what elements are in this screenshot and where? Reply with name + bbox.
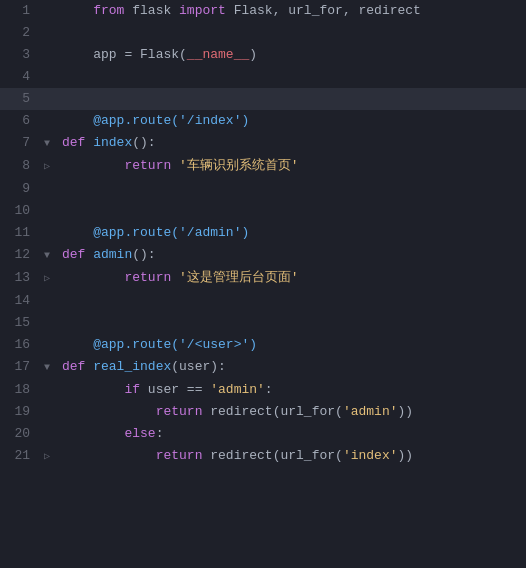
token-plain: [171, 158, 179, 173]
fold-icon[interactable]: ▼: [40, 244, 54, 267]
line-content: else:: [54, 423, 526, 445]
line-content: def real_index(user):: [54, 356, 526, 378]
code-line: 21▷ return redirect(url_for('index')): [0, 445, 526, 468]
line-number: 18: [0, 379, 40, 401]
line-number: 3: [0, 44, 40, 66]
token-kw: return: [124, 270, 171, 285]
line-number: 15: [0, 312, 40, 334]
token-str: 'index': [343, 448, 398, 463]
line-content: [54, 290, 526, 312]
token-decorator: @app.route('/<user>'): [93, 337, 257, 352]
token-kw: from: [93, 3, 124, 18]
line-content: [54, 88, 526, 110]
line-content: [54, 178, 526, 200]
token-str: '这是管理后台页面': [179, 270, 299, 285]
token-plain: :: [156, 426, 164, 441]
token-decorator: @app.route('/index'): [93, 113, 249, 128]
token-plain: Flask, url_for, redirect: [226, 3, 421, 18]
code-line: 7▼def index():: [0, 132, 526, 155]
code-line: 13▷ return '这是管理后台页面': [0, 267, 526, 290]
token-plain: flask: [124, 3, 179, 18]
line-number: 13: [0, 267, 40, 289]
line-content: [54, 200, 526, 222]
token-kw: def: [62, 359, 85, 374]
line-number: 12: [0, 244, 40, 266]
code-line: 15: [0, 312, 526, 334]
code-line: 9: [0, 178, 526, 200]
token-plain: user ==: [140, 382, 210, 397]
token-str: '车辆识别系统首页': [179, 158, 299, 173]
line-content: if user == 'admin':: [54, 379, 526, 401]
line-number: 16: [0, 334, 40, 356]
fold-icon[interactable]: ▷: [40, 267, 54, 290]
line-content: return '车辆识别系统首页': [54, 155, 526, 177]
line-number: 6: [0, 110, 40, 132]
code-line: 17▼def real_index(user):: [0, 356, 526, 379]
line-content: @app.route('/admin'): [54, 222, 526, 244]
code-line: 2: [0, 22, 526, 44]
line-number: 14: [0, 290, 40, 312]
line-number: 19: [0, 401, 40, 423]
line-content: @app.route('/<user>'): [54, 334, 526, 356]
token-plain: redirect(url_for(: [202, 448, 342, 463]
token-plain: ():: [132, 135, 155, 150]
code-line: 1 from flask import Flask, url_for, redi…: [0, 0, 526, 22]
line-content: from flask import Flask, url_for, redire…: [54, 0, 526, 22]
fold-icon[interactable]: ▼: [40, 356, 54, 379]
line-number: 11: [0, 222, 40, 244]
token-fn: admin: [93, 247, 132, 262]
token-fn: index: [93, 135, 132, 150]
token-dunder: __name__: [187, 47, 249, 62]
line-number: 5: [0, 88, 40, 110]
token-kw: import: [179, 3, 226, 18]
line-number: 9: [0, 178, 40, 200]
fold-icon[interactable]: ▷: [40, 445, 54, 468]
code-line: 4: [0, 66, 526, 88]
line-number: 1: [0, 0, 40, 22]
token-plain: ():: [132, 247, 155, 262]
token-plain: :: [265, 382, 273, 397]
code-line: 18 if user == 'admin':: [0, 379, 526, 401]
line-number: 20: [0, 423, 40, 445]
code-line: 12▼def admin():: [0, 244, 526, 267]
fold-icon[interactable]: ▼: [40, 132, 54, 155]
line-content: return redirect(url_for('index')): [54, 445, 526, 467]
token-str: 'admin': [343, 404, 398, 419]
token-plain: )): [397, 448, 413, 463]
line-content: [54, 312, 526, 334]
code-line: 8▷ return '车辆识别系统首页': [0, 155, 526, 178]
line-number: 21: [0, 445, 40, 467]
code-line: 6 @app.route('/index'): [0, 110, 526, 132]
line-number: 17: [0, 356, 40, 378]
line-content: def admin():: [54, 244, 526, 266]
line-content: app = Flask(__name__): [54, 44, 526, 66]
code-editor: 1 from flask import Flask, url_for, redi…: [0, 0, 526, 568]
token-plain: (user):: [171, 359, 226, 374]
token-kw: else: [124, 426, 155, 441]
line-content: [54, 22, 526, 44]
token-plain: ): [249, 47, 257, 62]
code-line: 19 return redirect(url_for('admin')): [0, 401, 526, 423]
code-line: 14: [0, 290, 526, 312]
token-kw: def: [62, 247, 85, 262]
line-number: 8: [0, 155, 40, 177]
token-plain: [171, 270, 179, 285]
line-content: return '这是管理后台页面': [54, 267, 526, 289]
token-kw: return: [124, 158, 171, 173]
token-kw: def: [62, 135, 85, 150]
token-kw: if: [124, 382, 140, 397]
line-number: 7: [0, 132, 40, 154]
token-plain: )): [397, 404, 413, 419]
line-number: 10: [0, 200, 40, 222]
line-content: @app.route('/index'): [54, 110, 526, 132]
line-number: 4: [0, 66, 40, 88]
token-plain: redirect(url_for(: [202, 404, 342, 419]
fold-icon[interactable]: ▷: [40, 155, 54, 178]
line-number: 2: [0, 22, 40, 44]
token-decorator: @app.route('/admin'): [93, 225, 249, 240]
token-plain: app = Flask(: [93, 47, 187, 62]
code-line: 16 @app.route('/<user>'): [0, 334, 526, 356]
code-line: 11 @app.route('/admin'): [0, 222, 526, 244]
token-kw: return: [156, 404, 203, 419]
code-line: 5: [0, 88, 526, 110]
